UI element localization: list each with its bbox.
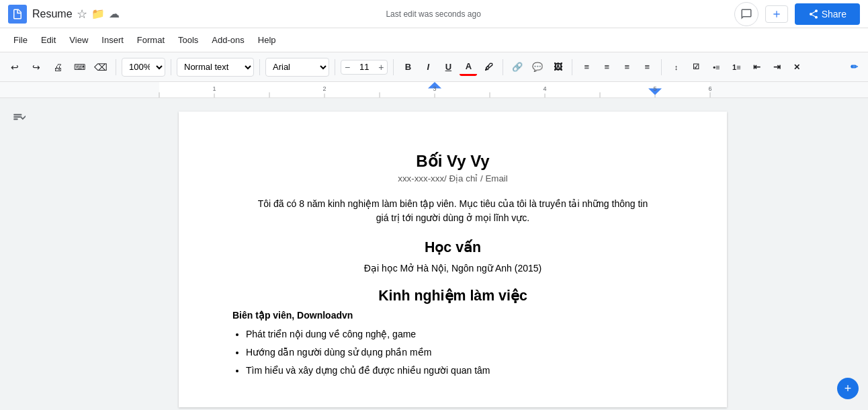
bullet-list: Phát triển nội dung về công nghệ, game H… bbox=[232, 326, 673, 380]
star-icon[interactable]: ☆ bbox=[77, 7, 87, 22]
menu-edit[interactable]: Edit bbox=[36, 32, 61, 48]
svg-text:3: 3 bbox=[433, 86, 436, 93]
italic-button[interactable]: I bbox=[419, 58, 437, 76]
doc-name-section: Bối Vy Vy bbox=[232, 152, 673, 171]
print-button[interactable]: 🖨 bbox=[48, 58, 67, 77]
numbered-list-button[interactable]: 1≡ bbox=[728, 58, 745, 76]
image-button[interactable]: 🖼 bbox=[549, 58, 566, 76]
highlight-button[interactable]: 🖊 bbox=[480, 58, 497, 76]
sep5 bbox=[393, 59, 394, 75]
title-icons: ☆ 📁 ☁ bbox=[77, 7, 120, 22]
doc-summary: Tôi đã có 8 năm kinh nghiệm làm biên tập… bbox=[232, 197, 673, 225]
sep7 bbox=[572, 59, 572, 75]
document-area: Bối Vy Vy xxx-xxx-xxx/ Địa chỉ / Email T… bbox=[38, 98, 868, 410]
list-item: Hướng dẫn người dùng sử dụng phần mềm bbox=[246, 344, 673, 361]
menu-tools[interactable]: Tools bbox=[173, 32, 204, 48]
cloud-icon[interactable]: ☁ bbox=[109, 7, 120, 20]
redo-button[interactable]: ↪ bbox=[27, 58, 46, 77]
sidebar-outline-icon[interactable] bbox=[8, 106, 30, 128]
line-spacing-button[interactable]: ↕ bbox=[667, 58, 685, 76]
header-right: Share bbox=[734, 2, 860, 26]
svg-text:5: 5 bbox=[653, 86, 656, 93]
link-button[interactable]: 🔗 bbox=[509, 58, 526, 76]
title-bar: Resume ☆ 📁 ☁ Last edit was seconds ago S… bbox=[0, 0, 868, 28]
doc-contact-info: xxx-xxx-xxx/ Địa chỉ / Email bbox=[232, 173, 673, 183]
font-size-input[interactable] bbox=[353, 62, 375, 72]
clear-formatting-button[interactable]: ✕ bbox=[788, 58, 806, 76]
new-doc-button[interactable] bbox=[765, 5, 788, 23]
share-label: Share bbox=[822, 9, 847, 19]
decrease-font-size[interactable]: − bbox=[341, 60, 353, 74]
svg-text:1: 1 bbox=[212, 86, 216, 93]
svg-rect-21 bbox=[14, 114, 22, 116]
document[interactable]: Bối Vy Vy xxx-xxx-xxx/ Địa chỉ / Email T… bbox=[179, 112, 727, 407]
document-person-name: Bối Vy Vy bbox=[232, 152, 673, 171]
education-content: Đại học Mở Hà Nội, Ngôn ngữ Anh (2015) bbox=[232, 263, 673, 274]
sep2 bbox=[171, 59, 171, 75]
menu-view[interactable]: View bbox=[64, 32, 93, 48]
align-left-button[interactable]: ≡ bbox=[578, 58, 595, 76]
folder-icon[interactable]: 📁 bbox=[91, 7, 105, 20]
font-select[interactable]: Arial Times New Roman bbox=[265, 58, 329, 77]
ruler: 1 2 3 4 5 6 bbox=[0, 82, 868, 98]
list-item: Tìm hiểu và xây dựng chủ đề được nhiều n… bbox=[246, 362, 673, 379]
sep8 bbox=[661, 59, 662, 75]
zoom-select[interactable]: 100% 75% 50% 125% bbox=[122, 58, 165, 77]
menu-format[interactable]: Format bbox=[132, 32, 170, 48]
svg-rect-23 bbox=[14, 119, 18, 120]
list-item: Phát triển nội dung về công nghệ, game bbox=[246, 326, 673, 343]
share-button[interactable]: Share bbox=[795, 3, 860, 25]
bold-button[interactable]: B bbox=[399, 58, 417, 76]
undo-button[interactable]: ↩ bbox=[5, 58, 24, 77]
bullet-list-button[interactable]: •≡ bbox=[707, 58, 725, 76]
svg-rect-22 bbox=[14, 116, 22, 118]
increase-font-size[interactable]: + bbox=[375, 60, 387, 74]
fab-button[interactable]: + bbox=[837, 378, 859, 399]
comment-insert-button[interactable]: 💬 bbox=[529, 58, 546, 76]
checklist-button[interactable]: ☑ bbox=[687, 58, 705, 76]
align-right-button[interactable]: ≡ bbox=[618, 58, 636, 76]
justify-button[interactable]: ≡ bbox=[638, 58, 656, 76]
text-style-select[interactable]: Normal text Heading 1 Heading 2 bbox=[177, 58, 254, 77]
main-content: Bối Vy Vy xxx-xxx-xxx/ Địa chỉ / Email T… bbox=[0, 98, 868, 410]
clear-format-button[interactable]: ⌫ bbox=[91, 58, 110, 77]
sep6 bbox=[503, 59, 503, 75]
last-edit-status: Last edit was seconds ago bbox=[386, 9, 480, 19]
decrease-indent-button[interactable]: ⇤ bbox=[748, 58, 765, 76]
menu-insert[interactable]: Insert bbox=[96, 32, 129, 48]
education-title: Học vấn bbox=[232, 239, 673, 256]
menu-addons[interactable]: Add-ons bbox=[206, 32, 249, 48]
document-title[interactable]: Resume bbox=[32, 8, 73, 20]
menu-help[interactable]: Help bbox=[253, 32, 281, 48]
menu-file[interactable]: File bbox=[8, 32, 33, 48]
sep3 bbox=[259, 59, 260, 75]
svg-text:6: 6 bbox=[708, 86, 711, 93]
sep4 bbox=[335, 59, 335, 75]
left-sidebar bbox=[0, 98, 38, 410]
menu-bar: File Edit View Insert Format Tools Add-o… bbox=[0, 28, 868, 52]
paint-format-button[interactable]: ⌨ bbox=[70, 58, 89, 77]
job-title: Biên tập viên, Downloadvn bbox=[232, 310, 673, 321]
align-center-button[interactable]: ≡ bbox=[598, 58, 615, 76]
fab-icon: + bbox=[844, 382, 852, 396]
text-color-button[interactable]: A bbox=[460, 58, 477, 76]
toolbar: ↩ ↪ 🖨 ⌨ ⌫ 100% 75% 50% 125% Normal text … bbox=[0, 52, 868, 82]
format-options-button[interactable]: ✏ bbox=[845, 58, 863, 76]
svg-text:2: 2 bbox=[322, 86, 326, 93]
comment-button[interactable] bbox=[734, 2, 758, 26]
svg-text:4: 4 bbox=[543, 86, 546, 93]
experience-title: Kinh nghiệm làm việc bbox=[232, 287, 673, 304]
google-docs-icon bbox=[8, 5, 27, 24]
underline-button[interactable]: U bbox=[439, 58, 457, 76]
font-size-group[interactable]: − + bbox=[341, 60, 388, 75]
increase-indent-button[interactable]: ⇥ bbox=[768, 58, 785, 76]
sep1 bbox=[116, 59, 116, 75]
